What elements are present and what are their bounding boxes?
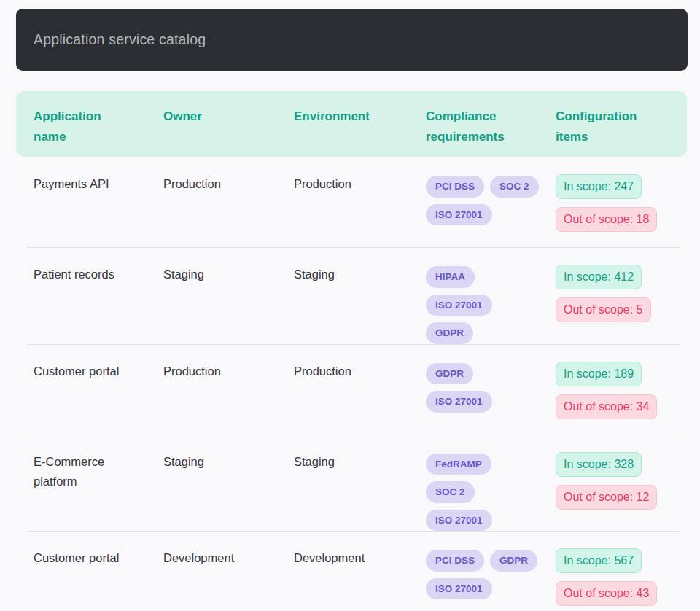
compliance-chip: GDPR (426, 322, 473, 344)
application-name-cell: Customer portal (34, 548, 163, 568)
compliance-cell: GDPRISO 27001 (426, 362, 556, 413)
in-scope-badge: In scope: 328 (556, 452, 642, 477)
compliance-cell: PCI DSSSOC 2ISO 27001 (426, 174, 556, 225)
application-service-catalog-table: Application name Owner Environment Compl… (16, 91, 687, 611)
owner-cell: Production (163, 174, 294, 194)
configuration-items-cell: In scope: 412 Out of scope: 5 (556, 265, 678, 322)
compliance-chip: PCI DSS (426, 550, 484, 572)
configuration-items-cell: In scope: 567 Out of scope: 43 (556, 548, 678, 606)
configuration-items-cell: In scope: 247 Out of scope: 18 (556, 174, 678, 232)
out-of-scope-badge: Out of scope: 18 (556, 207, 657, 232)
environment-cell: Production (294, 362, 426, 381)
environment-cell: Staging (294, 265, 426, 284)
table-row: Customer portal Production Production GD… (16, 344, 687, 435)
owner-cell: Development (163, 548, 294, 568)
compliance-chip: GDPR (490, 550, 537, 572)
configuration-items-cell: In scope: 189 Out of scope: 34 (556, 362, 678, 419)
table-row: Patient records Staging Staging HIPAAISO… (16, 247, 687, 344)
table-row: Customer portal Development Development … (16, 531, 687, 611)
compliance-chip: ISO 27001 (426, 578, 492, 600)
compliance-chip: ISO 27001 (426, 295, 492, 316)
column-header-application-name: Application name (34, 106, 163, 147)
application-name-cell: Customer portal (34, 362, 163, 381)
owner-cell: Staging (163, 452, 294, 472)
application-name-cell: Payments API (34, 174, 163, 194)
in-scope-badge: In scope: 247 (556, 174, 642, 199)
column-header-owner: Owner (163, 106, 294, 127)
out-of-scope-badge: Out of scope: 12 (556, 485, 657, 510)
compliance-chip: PCI DSS (426, 176, 484, 198)
compliance-cell: PCI DSSGDPRISO 27001 (426, 548, 556, 599)
title-bar: Application service catalog (16, 9, 688, 71)
table-row: E-Commerce platform Staging Staging FedR… (16, 435, 687, 532)
configuration-items-cell: In scope: 328 Out of scope: 12 (556, 452, 678, 510)
environment-cell: Production (294, 174, 426, 194)
compliance-chip: SOC 2 (426, 481, 475, 503)
column-header-configuration-items: Configuration items (556, 106, 678, 147)
compliance-chip: HIPAA (426, 266, 475, 288)
in-scope-badge: In scope: 189 (556, 362, 642, 386)
application-name-cell: Patient records (34, 265, 163, 284)
in-scope-badge: In scope: 412 (556, 265, 642, 289)
owner-cell: Production (163, 362, 294, 381)
out-of-scope-badge: Out of scope: 5 (556, 297, 651, 322)
column-header-environment: Environment (294, 106, 426, 127)
compliance-cell: HIPAAISO 27001GDPR (426, 265, 556, 344)
page-title: Application service catalog (34, 31, 206, 48)
compliance-chip: ISO 27001 (426, 204, 492, 226)
compliance-chip: GDPR (426, 363, 473, 385)
compliance-chip: SOC 2 (490, 176, 539, 198)
table-header-row: Application name Owner Environment Compl… (16, 91, 687, 157)
compliance-chip: ISO 27001 (426, 391, 492, 413)
column-header-compliance-requirements: Compliance requirements (426, 106, 556, 147)
compliance-chip: ISO 27001 (426, 510, 492, 532)
owner-cell: Staging (163, 265, 294, 284)
application-name-cell: E-Commerce platform (34, 452, 163, 491)
compliance-cell: FedRAMPSOC 2ISO 27001 (426, 452, 556, 532)
environment-cell: Staging (294, 452, 426, 472)
out-of-scope-badge: Out of scope: 43 (556, 581, 657, 606)
table-row: Payments API Production Production PCI D… (16, 157, 687, 247)
compliance-chip: FedRAMP (426, 454, 491, 475)
environment-cell: Development (294, 548, 426, 568)
out-of-scope-badge: Out of scope: 34 (556, 394, 657, 419)
table-body: Payments API Production Production PCI D… (16, 157, 687, 611)
in-scope-badge: In scope: 567 (556, 548, 642, 573)
